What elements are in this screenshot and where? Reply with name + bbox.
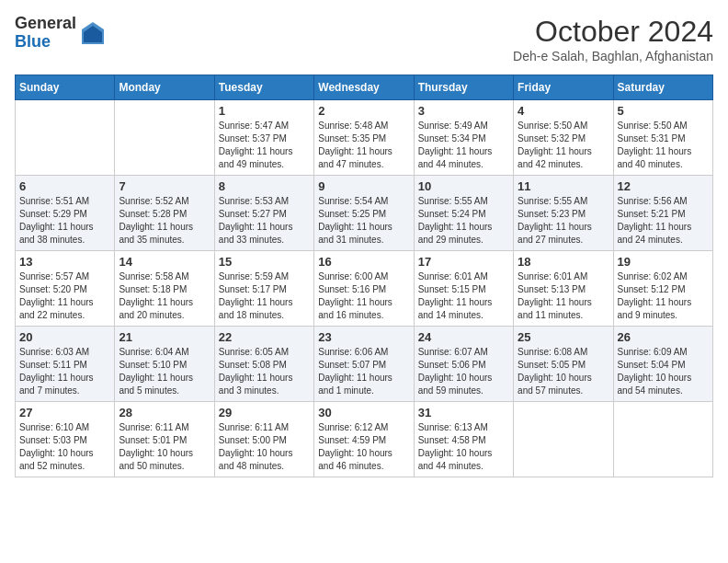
- day-number: 26: [618, 330, 709, 344]
- day-number: 19: [618, 255, 709, 269]
- calendar-cell: 8Sunrise: 5:53 AM Sunset: 5:27 PM Daylig…: [214, 176, 313, 251]
- calendar-cell: 4Sunrise: 5:50 AM Sunset: 5:32 PM Daylig…: [514, 100, 613, 176]
- weekday-header-thursday: Thursday: [414, 75, 513, 100]
- cell-content: Sunrise: 6:11 AM Sunset: 5:01 PM Dayligh…: [119, 421, 210, 473]
- weekday-header-sunday: Sunday: [16, 75, 115, 100]
- calendar-cell: [613, 402, 712, 477]
- calendar-cell: [16, 100, 115, 176]
- calendar-cell: 3Sunrise: 5:49 AM Sunset: 5:34 PM Daylig…: [414, 100, 513, 176]
- cell-content: Sunrise: 6:08 AM Sunset: 5:05 PM Dayligh…: [518, 346, 609, 397]
- calendar-cell: 17Sunrise: 6:01 AM Sunset: 5:15 PM Dayli…: [414, 251, 513, 327]
- weekday-header-tuesday: Tuesday: [214, 75, 313, 100]
- logo: General Blue: [15, 15, 106, 52]
- cell-content: Sunrise: 5:47 AM Sunset: 5:37 PM Dayligh…: [219, 120, 310, 171]
- cell-content: Sunrise: 5:48 AM Sunset: 5:35 PM Dayligh…: [318, 120, 409, 171]
- cell-content: Sunrise: 6:01 AM Sunset: 5:15 PM Dayligh…: [418, 270, 509, 322]
- calendar-cell: 30Sunrise: 6:12 AM Sunset: 4:59 PM Dayli…: [314, 402, 414, 477]
- day-number: 12: [618, 179, 709, 193]
- day-number: 8: [219, 179, 310, 193]
- calendar-cell: 9Sunrise: 5:54 AM Sunset: 5:25 PM Daylig…: [314, 176, 414, 251]
- calendar-cell: 1Sunrise: 5:47 AM Sunset: 5:37 PM Daylig…: [214, 100, 313, 176]
- cell-content: Sunrise: 6:12 AM Sunset: 4:59 PM Dayligh…: [318, 421, 409, 473]
- calendar-cell: 12Sunrise: 5:56 AM Sunset: 5:21 PM Dayli…: [613, 176, 712, 251]
- day-number: 13: [19, 255, 110, 269]
- cell-content: Sunrise: 6:09 AM Sunset: 5:04 PM Dayligh…: [618, 346, 709, 397]
- calendar-cell: 13Sunrise: 5:57 AM Sunset: 5:20 PM Dayli…: [16, 251, 115, 327]
- cell-content: Sunrise: 5:50 AM Sunset: 5:32 PM Dayligh…: [518, 120, 609, 171]
- day-number: 9: [318, 179, 409, 193]
- cell-content: Sunrise: 6:01 AM Sunset: 5:13 PM Dayligh…: [518, 270, 609, 322]
- day-number: 3: [418, 104, 509, 118]
- calendar-week-row: 13Sunrise: 5:57 AM Sunset: 5:20 PM Dayli…: [16, 251, 713, 327]
- cell-content: Sunrise: 5:52 AM Sunset: 5:28 PM Dayligh…: [119, 195, 210, 247]
- calendar-cell: 26Sunrise: 6:09 AM Sunset: 5:04 PM Dayli…: [613, 327, 712, 402]
- day-number: 2: [318, 104, 409, 118]
- cell-content: Sunrise: 6:10 AM Sunset: 5:03 PM Dayligh…: [19, 421, 110, 473]
- day-number: 4: [518, 104, 609, 118]
- calendar-cell: 24Sunrise: 6:07 AM Sunset: 5:06 PM Dayli…: [414, 327, 513, 402]
- calendar-week-row: 27Sunrise: 6:10 AM Sunset: 5:03 PM Dayli…: [16, 402, 713, 477]
- weekday-header-monday: Monday: [115, 75, 214, 100]
- day-number: 31: [418, 406, 509, 419]
- calendar-cell: 18Sunrise: 6:01 AM Sunset: 5:13 PM Dayli…: [514, 251, 613, 327]
- day-number: 24: [418, 330, 509, 344]
- title-area: October 2024 Deh-e Salah, Baghlan, Afgha…: [513, 15, 713, 63]
- weekday-header-saturday: Saturday: [613, 75, 712, 100]
- calendar-cell: [115, 100, 214, 176]
- calendar-cell: 25Sunrise: 6:08 AM Sunset: 5:05 PM Dayli…: [514, 327, 613, 402]
- calendar-cell: 2Sunrise: 5:48 AM Sunset: 5:35 PM Daylig…: [314, 100, 414, 176]
- cell-content: Sunrise: 5:55 AM Sunset: 5:23 PM Dayligh…: [518, 195, 609, 247]
- calendar-cell: 21Sunrise: 6:04 AM Sunset: 5:10 PM Dayli…: [115, 327, 214, 402]
- calendar-cell: 7Sunrise: 5:52 AM Sunset: 5:28 PM Daylig…: [115, 176, 214, 251]
- day-number: 11: [518, 179, 609, 193]
- day-number: 25: [518, 330, 609, 344]
- calendar-cell: 29Sunrise: 6:11 AM Sunset: 5:00 PM Dayli…: [214, 402, 313, 477]
- cell-content: Sunrise: 6:07 AM Sunset: 5:06 PM Dayligh…: [418, 346, 509, 397]
- day-number: 16: [318, 255, 409, 269]
- day-number: 5: [618, 104, 709, 118]
- day-number: 1: [219, 104, 310, 118]
- calendar-table: SundayMondayTuesdayWednesdayThursdayFrid…: [15, 75, 713, 477]
- calendar-cell: 16Sunrise: 6:00 AM Sunset: 5:16 PM Dayli…: [314, 251, 414, 327]
- calendar-cell: 28Sunrise: 6:11 AM Sunset: 5:01 PM Dayli…: [115, 402, 214, 477]
- cell-content: Sunrise: 5:54 AM Sunset: 5:25 PM Dayligh…: [318, 195, 409, 247]
- calendar-cell: [514, 402, 613, 477]
- cell-content: Sunrise: 6:06 AM Sunset: 5:07 PM Dayligh…: [318, 346, 409, 397]
- cell-content: Sunrise: 6:11 AM Sunset: 5:00 PM Dayligh…: [219, 421, 310, 473]
- calendar-cell: 6Sunrise: 5:51 AM Sunset: 5:29 PM Daylig…: [16, 176, 115, 251]
- calendar-cell: 23Sunrise: 6:06 AM Sunset: 5:07 PM Dayli…: [314, 327, 414, 402]
- day-number: 7: [119, 179, 210, 193]
- day-number: 15: [219, 255, 310, 269]
- logo-blue: Blue: [15, 33, 76, 52]
- day-number: 17: [418, 255, 509, 269]
- cell-content: Sunrise: 5:49 AM Sunset: 5:34 PM Dayligh…: [418, 120, 509, 171]
- cell-content: Sunrise: 5:55 AM Sunset: 5:24 PM Dayligh…: [418, 195, 509, 247]
- cell-content: Sunrise: 5:59 AM Sunset: 5:17 PM Dayligh…: [219, 270, 310, 322]
- cell-content: Sunrise: 6:05 AM Sunset: 5:08 PM Dayligh…: [219, 346, 310, 397]
- day-number: 29: [219, 406, 310, 419]
- month-title: October 2024: [513, 15, 713, 49]
- cell-content: Sunrise: 5:57 AM Sunset: 5:20 PM Dayligh…: [19, 270, 110, 322]
- day-number: 20: [19, 330, 110, 344]
- day-number: 28: [119, 406, 210, 419]
- weekday-header-wednesday: Wednesday: [314, 75, 414, 100]
- calendar-cell: 20Sunrise: 6:03 AM Sunset: 5:11 PM Dayli…: [16, 327, 115, 402]
- day-number: 18: [518, 255, 609, 269]
- day-number: 21: [119, 330, 210, 344]
- day-number: 14: [119, 255, 210, 269]
- weekday-header-friday: Friday: [514, 75, 613, 100]
- calendar-cell: 11Sunrise: 5:55 AM Sunset: 5:23 PM Dayli…: [514, 176, 613, 251]
- cell-content: Sunrise: 6:04 AM Sunset: 5:10 PM Dayligh…: [119, 346, 210, 397]
- location: Deh-e Salah, Baghlan, Afghanistan: [513, 49, 713, 63]
- day-number: 6: [19, 179, 110, 193]
- calendar-cell: 27Sunrise: 6:10 AM Sunset: 5:03 PM Dayli…: [16, 402, 115, 477]
- day-number: 22: [219, 330, 310, 344]
- calendar-week-row: 1Sunrise: 5:47 AM Sunset: 5:37 PM Daylig…: [16, 100, 713, 176]
- calendar-cell: 10Sunrise: 5:55 AM Sunset: 5:24 PM Dayli…: [414, 176, 513, 251]
- calendar-header-row: SundayMondayTuesdayWednesdayThursdayFrid…: [16, 75, 713, 100]
- calendar-week-row: 6Sunrise: 5:51 AM Sunset: 5:29 PM Daylig…: [16, 176, 713, 251]
- cell-content: Sunrise: 5:50 AM Sunset: 5:31 PM Dayligh…: [618, 120, 709, 171]
- calendar-cell: 15Sunrise: 5:59 AM Sunset: 5:17 PM Dayli…: [214, 251, 313, 327]
- cell-content: Sunrise: 6:00 AM Sunset: 5:16 PM Dayligh…: [318, 270, 409, 322]
- cell-content: Sunrise: 6:03 AM Sunset: 5:11 PM Dayligh…: [19, 346, 110, 397]
